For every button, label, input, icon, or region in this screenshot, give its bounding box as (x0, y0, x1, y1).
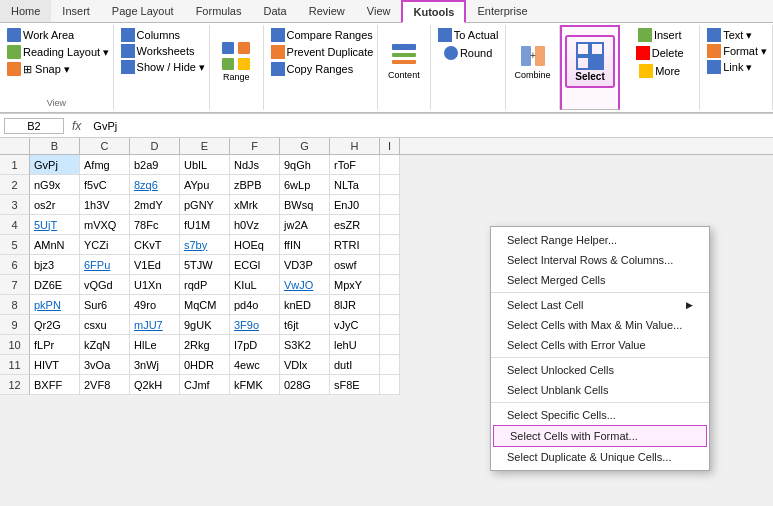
cell-r4c4[interactable]: fU1M (180, 215, 230, 235)
cell-r1c2[interactable]: Afmg (80, 155, 130, 175)
cell-r6c8[interactable] (380, 255, 400, 275)
tab-formulas[interactable]: Formulas (185, 0, 253, 22)
cell-r7c8[interactable] (380, 275, 400, 295)
cell-r9c5[interactable]: 3F9o (230, 315, 280, 335)
cell-r11c3[interactable]: 3nWj (130, 355, 180, 375)
tab-view[interactable]: View (356, 0, 402, 22)
cell-r12c7[interactable]: sF8E (330, 375, 380, 395)
menu-item[interactable]: Select Interval Rows & Columns... (491, 250, 709, 270)
cell-r7c4[interactable]: rqdP (180, 275, 230, 295)
tab-data[interactable]: Data (252, 0, 297, 22)
row-num-10[interactable]: 10 (0, 335, 30, 355)
cell-r6c1[interactable]: bjz3 (30, 255, 80, 275)
menu-item[interactable]: Select Cells with Error Value (491, 335, 709, 355)
cell-r4c5[interactable]: h0Vz (230, 215, 280, 235)
cell-r10c6[interactable]: S3K2 (280, 335, 330, 355)
cell-r6c4[interactable]: 5TJW (180, 255, 230, 275)
row-num-12[interactable]: 12 (0, 375, 30, 395)
cell-r3c5[interactable]: xMrk (230, 195, 280, 215)
row-num-5[interactable]: 5 (0, 235, 30, 255)
more-button[interactable]: More (635, 63, 684, 79)
cell-r5c6[interactable]: ffIN (280, 235, 330, 255)
formula-input[interactable] (89, 120, 769, 132)
cell-r4c1[interactable]: 5UjT (30, 215, 80, 235)
tab-page-layout[interactable]: Page Layout (101, 0, 185, 22)
cell-r11c5[interactable]: 4ewc (230, 355, 280, 375)
combine-button[interactable]: + Combine (510, 39, 556, 83)
cell-r12c8[interactable] (380, 375, 400, 395)
cell-r8c7[interactable]: 8lJR (330, 295, 380, 315)
cell-r5c2[interactable]: YCZi (80, 235, 130, 255)
link-button[interactable]: Link ▾ (704, 59, 755, 75)
menu-item[interactable]: Select Cells with Format... (493, 425, 707, 447)
menu-item[interactable]: Select Unlocked Cells (491, 360, 709, 380)
columns-button[interactable]: Columns (118, 27, 183, 43)
content-button[interactable]: Content (381, 39, 427, 83)
cell-r3c3[interactable]: 2mdY (130, 195, 180, 215)
col-header-i[interactable]: I (380, 138, 400, 154)
cell-r6c7[interactable]: oswf (330, 255, 380, 275)
cell-r1c5[interactable]: NdJs (230, 155, 280, 175)
col-header-h[interactable]: H (330, 138, 380, 154)
row-num-4[interactable]: 4 (0, 215, 30, 235)
col-header-d[interactable]: D (130, 138, 180, 154)
cell-r2c5[interactable]: zBPB (230, 175, 280, 195)
name-box[interactable] (4, 118, 64, 134)
range-button[interactable]: Range (213, 37, 259, 85)
row-num-2[interactable]: 2 (0, 175, 30, 195)
cell-r4c6[interactable]: jw2A (280, 215, 330, 235)
cell-r9c4[interactable]: 9gUK (180, 315, 230, 335)
cell-r7c7[interactable]: MpxY (330, 275, 380, 295)
cell-r2c8[interactable] (380, 175, 400, 195)
prevent-duplicate-button[interactable]: Prevent Duplicate (268, 44, 377, 60)
cell-r3c7[interactable]: EnJ0 (330, 195, 380, 215)
cell-r3c4[interactable]: pGNY (180, 195, 230, 215)
cell-r1c7[interactable]: rToF (330, 155, 380, 175)
cell-r9c3[interactable]: mJU7 (130, 315, 180, 335)
cell-r11c7[interactable]: dutI (330, 355, 380, 375)
menu-item[interactable]: Select Last Cell▶ (491, 295, 709, 315)
text-button[interactable]: Text ▾ (704, 27, 755, 43)
cell-r7c1[interactable]: DZ6E (30, 275, 80, 295)
cell-r6c3[interactable]: V1Ed (130, 255, 180, 275)
cell-r10c2[interactable]: kZqN (80, 335, 130, 355)
cell-r8c2[interactable]: Sur6 (80, 295, 130, 315)
cell-r10c8[interactable] (380, 335, 400, 355)
tab-home[interactable]: Home (0, 0, 51, 22)
cell-r6c5[interactable]: ECGl (230, 255, 280, 275)
cell-r1c1[interactable]: GvPj (30, 155, 80, 175)
cell-r5c8[interactable] (380, 235, 400, 255)
tab-enterprise[interactable]: Enterprise (466, 0, 538, 22)
reading-layout-button[interactable]: Reading Layout ▾ (4, 44, 112, 60)
cell-r1c4[interactable]: UbIL (180, 155, 230, 175)
cell-r7c2[interactable]: vQGd (80, 275, 130, 295)
menu-item[interactable]: Select Range Helper... (491, 230, 709, 250)
menu-item[interactable]: Select Cells with Max & Min Value... (491, 315, 709, 335)
cell-r2c7[interactable]: NLTa (330, 175, 380, 195)
cell-r11c1[interactable]: HIVT (30, 355, 80, 375)
cell-r10c1[interactable]: fLPr (30, 335, 80, 355)
col-header-g[interactable]: G (280, 138, 330, 154)
insert-button[interactable]: Insert (634, 27, 686, 43)
cell-r6c2[interactable]: 6FPu (80, 255, 130, 275)
col-header-b[interactable]: B (30, 138, 80, 154)
cell-r12c6[interactable]: 028G (280, 375, 330, 395)
cell-r2c2[interactable]: f5vC (80, 175, 130, 195)
col-header-e[interactable]: E (180, 138, 230, 154)
cell-r10c4[interactable]: 2Rkg (180, 335, 230, 355)
cell-r4c2[interactable]: mVXQ (80, 215, 130, 235)
cell-r8c6[interactable]: knED (280, 295, 330, 315)
cell-r2c6[interactable]: 6wLp (280, 175, 330, 195)
cell-r12c3[interactable]: Q2kH (130, 375, 180, 395)
cell-r11c4[interactable]: 0HDR (180, 355, 230, 375)
cell-r10c3[interactable]: HlLe (130, 335, 180, 355)
format-button[interactable]: Format ▾ (704, 43, 770, 59)
cell-r3c2[interactable]: 1h3V (80, 195, 130, 215)
select-button[interactable]: Select (565, 35, 615, 88)
round-button[interactable]: Round (440, 45, 496, 61)
cell-r9c2[interactable]: csxu (80, 315, 130, 335)
row-num-8[interactable]: 8 (0, 295, 30, 315)
cell-r7c3[interactable]: U1Xn (130, 275, 180, 295)
cell-r3c1[interactable]: os2r (30, 195, 80, 215)
tab-review[interactable]: Review (298, 0, 356, 22)
